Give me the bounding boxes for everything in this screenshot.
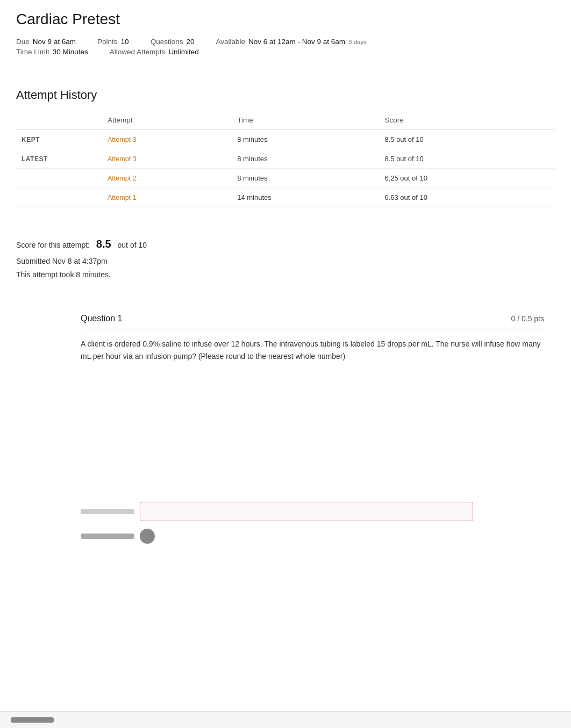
footer-bar <box>0 711 571 728</box>
available-value: Nov 6 at 12am - Nov 9 at 6am <box>248 38 345 46</box>
circle-icon <box>140 529 155 544</box>
page-title: Cardiac Pretest <box>16 11 555 28</box>
questions-value: 20 <box>186 38 194 46</box>
attempt-link[interactable]: Attempt 2 <box>108 175 137 182</box>
footer-link[interactable] <box>11 717 54 723</box>
score-section: Score for this attempt: 8.5 out of 10 Su… <box>16 234 555 282</box>
time-limit-value: 30 Minutes <box>53 48 88 56</box>
table-row: KEPTAttempt 38 minutes8.5 out of 10 <box>16 130 555 149</box>
score-cell: 8.5 out of 10 <box>379 149 555 169</box>
attempt-history-table: Attempt Time Score KEPTAttempt 38 minute… <box>16 113 555 207</box>
row-label <box>16 188 102 207</box>
due-value: Nov 9 at 6am <box>33 38 76 46</box>
table-row: LATESTAttempt 38 minutes8.5 out of 10 <box>16 149 555 169</box>
question-section: Question 1 0 / 0.5 pts A client is order… <box>16 308 555 362</box>
score-cell: 6.63 out of 10 <box>379 188 555 207</box>
available-label: Available <box>216 38 245 46</box>
col-label-header <box>16 113 102 130</box>
row-label <box>16 169 102 188</box>
submitted-text: Submitted Nov 8 at 4:37pm <box>16 255 555 268</box>
attempt-cell: Attempt 2 <box>102 169 232 188</box>
time-cell: 8 minutes <box>232 149 379 169</box>
score-label: Score for this attempt: <box>16 239 90 252</box>
score-out-of: out of 10 <box>118 239 147 252</box>
attempt-link[interactable]: Attempt 1 <box>108 194 137 201</box>
score-cell: 6.25 out of 10 <box>379 169 555 188</box>
allowed-attempts-label: Allowed Attempts <box>110 48 166 56</box>
score-cell: 8.5 out of 10 <box>379 130 555 149</box>
available-days: 3 days <box>348 39 367 45</box>
score-value: 8.5 <box>96 234 111 254</box>
col-score-header: Score <box>379 113 555 130</box>
points-value: 10 <box>121 38 129 46</box>
available-item: Available Nov 6 at 12am - Nov 9 at 6am 3… <box>216 38 367 46</box>
allowed-attempts-value: Unlimited <box>168 48 198 56</box>
col-attempt-header: Attempt <box>102 113 232 130</box>
time-cell: 8 minutes <box>232 130 379 149</box>
points-label: Points <box>97 38 118 46</box>
input-placeholder-label <box>81 509 134 514</box>
time-limit-item: Time Limit 30 Minutes <box>16 48 88 56</box>
duration-text: This attempt took 8 minutes. <box>16 268 555 282</box>
time-cell: 14 minutes <box>232 188 379 207</box>
meta-row-1: Due Nov 9 at 6am Points 10 Questions 20 … <box>16 38 555 46</box>
time-limit-label: Time Limit <box>16 48 49 56</box>
attempt-cell: Attempt 3 <box>102 130 232 149</box>
submit-label-placeholder <box>81 534 134 539</box>
attempt-history-title: Attempt History <box>16 88 555 102</box>
questions-label: Questions <box>151 38 183 46</box>
attempt-link[interactable]: Attempt 3 <box>108 155 137 163</box>
allowed-attempts-item: Allowed Attempts Unlimited <box>110 48 199 56</box>
question-points: 0 / 0.5 pts <box>511 314 544 323</box>
meta-row-2: Time Limit 30 Minutes Allowed Attempts U… <box>16 48 555 56</box>
row-label: KEPT <box>16 130 102 149</box>
question-title: Question 1 <box>81 314 122 323</box>
row-label: LATEST <box>16 149 102 169</box>
time-cell: 8 minutes <box>232 169 379 188</box>
attempt-link[interactable]: Attempt 3 <box>108 136 137 143</box>
table-row: Attempt 28 minutes6.25 out of 10 <box>16 169 555 188</box>
question-header: Question 1 0 / 0.5 pts <box>81 308 544 329</box>
questions-item: Questions 20 <box>151 38 195 46</box>
col-time-header: Time <box>232 113 379 130</box>
attempt-cell: Attempt 3 <box>102 149 232 169</box>
attempt-cell: Attempt 1 <box>102 188 232 207</box>
answer-input[interactable] <box>140 502 473 521</box>
points-item: Points 10 <box>97 38 129 46</box>
due-item: Due Nov 9 at 6am <box>16 38 76 46</box>
question-body: A client is ordered 0.9% saline to infus… <box>81 338 544 362</box>
table-row: Attempt 114 minutes6.63 out of 10 <box>16 188 555 207</box>
due-label: Due <box>16 38 30 46</box>
